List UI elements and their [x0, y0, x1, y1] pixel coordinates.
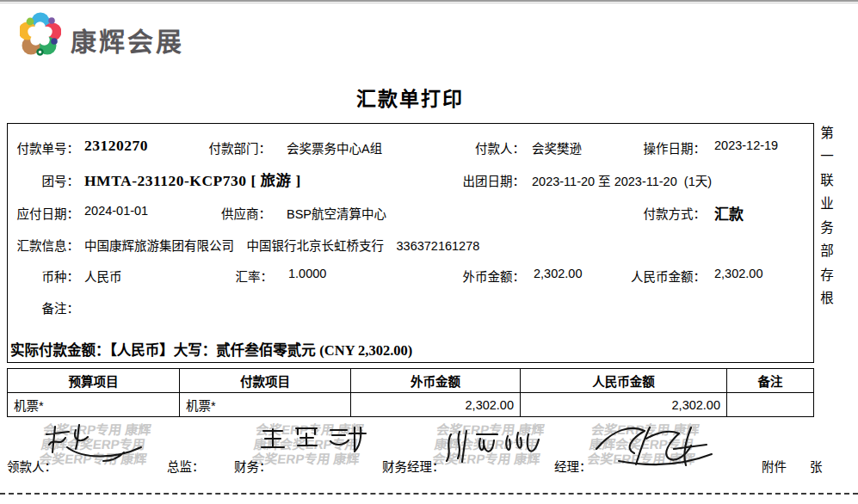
actual-amount-line: 实际付款金额：【人民币】大写：贰仟叁佰零贰元 (CNY 2,302.00) [10, 339, 412, 360]
due-date-label: 应付日期： [7, 204, 79, 222]
brand-name: 康辉会展 [71, 21, 184, 58]
op-date-label: 操作日期： [594, 138, 706, 157]
signature-payee [41, 421, 157, 464]
col-budget-item: 预算项目 [8, 369, 180, 393]
items-table: 预算项目 付款项目 外币金额 人民币金额 备注 机票* 机票* 2,302.00… [7, 368, 814, 417]
kanghui-flower-logo [20, 10, 61, 57]
window-top-edge [0, 0, 858, 3]
actual-amount-cny: (CNY 2,302.00) [319, 342, 412, 359]
due-date-value: 2024-01-01 [84, 204, 148, 218]
col-payment-item: 付款项目 [180, 369, 351, 393]
cell-foreign-amount: 2,302.00 [351, 393, 521, 417]
copy-stub-label: 第一联业务部存根 [816, 126, 835, 358]
signature-finance [258, 423, 370, 456]
manager-sign-label: 经理： [554, 457, 592, 475]
signature-finance-manager [441, 427, 557, 466]
cell-cny-amount: 2,302.00 [521, 393, 727, 417]
page-title: 汇款单打印 [0, 83, 820, 112]
director-sign-label: 总监： [167, 457, 205, 475]
actual-amount-label: 实际付款金额： [10, 342, 110, 358]
remittance-print-page: 康辉会展 汇款单打印 付款单号： 23120270 付款部门： 会奖票务中心A组… [0, 0, 858, 504]
attachment-unit: 张 [810, 457, 823, 475]
col-cny-amount: 人民币金额 [521, 369, 727, 393]
cell-remark [727, 393, 814, 417]
finance-sign-label: 财务： [234, 457, 272, 475]
actual-amount-words: 【人民币】大写：贰仟叁佰零贰元 [110, 342, 320, 358]
group-no-value: HMTA-231120-KCP730 [ 旅游 ] [84, 169, 301, 190]
currency-value: 人民币 [84, 267, 122, 285]
tour-date-label: 出团日期： [413, 171, 525, 189]
signature-manager [589, 420, 719, 470]
supplier-value: BSP航空清算中心 [287, 204, 386, 222]
payment-no-value: 23120270 [84, 137, 148, 155]
items-table-header-row: 预算项目 付款项目 外币金额 人民币金额 备注 [8, 369, 814, 393]
group-no-label: 团号： [7, 171, 79, 189]
cny-amount-label: 人民币金额： [594, 267, 706, 285]
op-date-value: 2023-12-19 [714, 138, 778, 152]
pay-method-value: 汇款 [714, 202, 744, 224]
remit-info-value: 中国康辉旅游集团有限公司 中国银行北京长虹桥支行 336372161278 [84, 236, 479, 254]
cut-dashed-line [0, 493, 858, 495]
col-remark: 备注 [727, 369, 814, 393]
pay-dept-label: 付款部门： [172, 138, 271, 157]
attachment-label: 附件 [762, 457, 787, 475]
payer-value: 会奖樊逊 [532, 138, 582, 157]
cny-amount-value: 2,302.00 [714, 267, 762, 280]
foreign-amount-label: 外币金额： [413, 267, 525, 285]
col-foreign-amount: 外币金额 [351, 369, 521, 393]
table-row: 机票* 机票* 2,302.00 2,302.00 [8, 393, 814, 417]
tour-date-value: 2023-11-20 至 2023-11-20 (1天) [532, 171, 712, 189]
pay-dept-value: 会奖票务中心A组 [287, 138, 382, 157]
supplier-label: 供应商： [172, 204, 271, 222]
rate-label: 汇率： [172, 267, 273, 285]
currency-label: 币种： [7, 267, 79, 285]
remit-info-label: 汇款信息： [7, 236, 79, 254]
payee-sign-label: 领款人： [7, 457, 57, 475]
cell-payment-item: 机票* [180, 393, 351, 417]
finance-mgr-sign-label: 财务经理： [382, 457, 445, 475]
payment-no-label: 付款单号： [7, 138, 79, 157]
remark-label: 备注： [7, 298, 79, 317]
cell-budget-item: 机票* [8, 393, 180, 417]
payer-label: 付款人： [413, 138, 525, 157]
rate-value: 1.0000 [288, 267, 326, 280]
pay-method-label: 付款方式： [594, 204, 706, 222]
foreign-amount-value: 2,302.00 [534, 267, 582, 280]
